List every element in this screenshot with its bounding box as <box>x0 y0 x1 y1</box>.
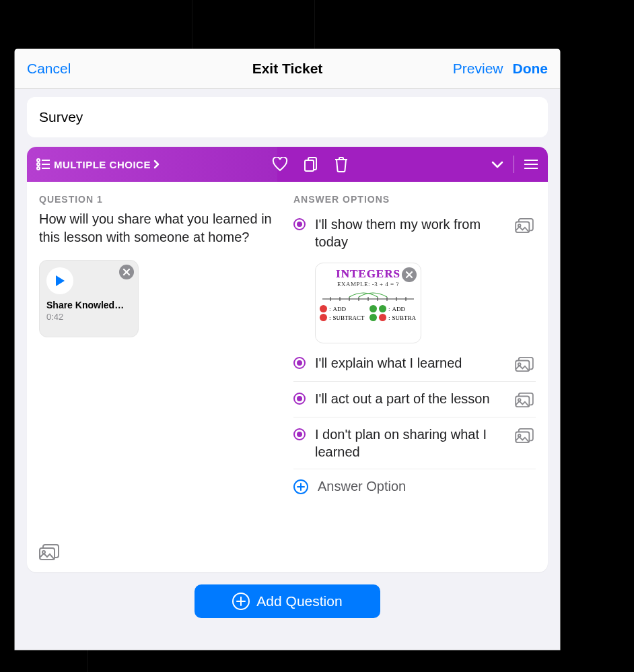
thumb-legend: : ADD : ADD : SUBTRACT : SUBTRA <box>320 305 417 321</box>
answer-text[interactable]: I'll show them my work from today <box>315 215 503 250</box>
close-icon <box>122 268 131 276</box>
play-button[interactable] <box>46 267 73 294</box>
preview-button[interactable]: Preview <box>453 61 503 77</box>
add-answer-media-button[interactable] <box>513 217 536 234</box>
answer-options-label: ANSWER OPTIONS <box>293 194 536 205</box>
answer-radio[interactable] <box>293 428 306 440</box>
question-type-selector[interactable]: MULTIPLE CHOICE <box>36 158 160 170</box>
heart-icon <box>272 157 288 172</box>
svg-point-0 <box>37 159 40 162</box>
add-answer-media-button[interactable] <box>513 391 536 409</box>
favorite-button[interactable] <box>272 157 288 172</box>
callout-line <box>314 0 315 49</box>
question-index-label: QUESTION 1 <box>39 194 281 205</box>
page-title: Exit Ticket <box>252 61 323 77</box>
divider <box>514 156 514 173</box>
answer-text[interactable]: I'll explain what I learned <box>315 354 503 372</box>
question-card-header: MULTIPLE CHOICE <box>27 147 548 182</box>
answers-column: ANSWER OPTIONS I'll show them my work fr… <box>293 194 536 556</box>
answer-option-row: I'll show them my work from today <box>293 213 536 259</box>
reorder-handle[interactable] <box>524 159 538 170</box>
remove-media-button[interactable] <box>402 267 417 282</box>
answer-text[interactable]: I'll act out a part of the lesson <box>315 390 503 407</box>
answer-option-row: I don't plan on sharing what I learned <box>293 417 536 469</box>
add-answer-media-button[interactable] <box>513 356 536 373</box>
add-answer-option-label: Answer Option <box>318 479 406 494</box>
delete-button[interactable] <box>334 156 349 172</box>
image-stack-icon <box>515 428 534 443</box>
duplicate-icon <box>303 156 319 172</box>
drag-handle-icon <box>524 159 538 170</box>
media-duration: 0:42 <box>46 312 131 322</box>
answer-option-row: I'll explain what I learned <box>293 346 536 381</box>
answer-radio[interactable] <box>293 218 306 230</box>
svg-point-4 <box>37 167 40 170</box>
thumb-subtitle: EXAMPLE: -3 + 4 = ? <box>337 281 399 288</box>
media-title: Share Knowled… <box>46 300 131 310</box>
plus-circle-icon <box>232 593 250 610</box>
nav-bar: Cancel Exit Ticket Preview Done <box>15 49 560 89</box>
answer-media-thumbnail[interactable]: INTEGERS EXAMPLE: -3 + 4 = ? <box>315 263 421 343</box>
add-question-label: Add Question <box>256 593 342 609</box>
answer-text[interactable]: I don't plan on sharing what I learned <box>315 426 503 461</box>
svg-point-2 <box>37 163 40 166</box>
exit-ticket-editor: Cancel Exit Ticket Preview Done Survey <box>15 49 560 650</box>
number-line-graphic <box>320 290 417 302</box>
image-stack-icon <box>39 544 59 560</box>
question-type-label: MULTIPLE CHOICE <box>54 159 151 170</box>
answer-radio[interactable] <box>293 393 306 405</box>
answer-radio[interactable] <box>293 357 306 369</box>
chevron-right-icon <box>153 160 160 169</box>
image-stack-icon <box>515 357 534 372</box>
done-button[interactable]: Done <box>513 61 549 77</box>
svg-marker-12 <box>56 275 65 286</box>
play-icon <box>55 275 65 287</box>
collapse-button[interactable] <box>491 160 504 169</box>
remove-media-button[interactable] <box>119 265 134 279</box>
svg-rect-6 <box>305 160 314 171</box>
add-answer-option-button[interactable]: Answer Option <box>293 469 536 497</box>
add-answer-media-button[interactable] <box>513 427 536 444</box>
add-question-media-button[interactable] <box>39 544 59 560</box>
image-stack-icon <box>515 393 534 407</box>
checklist-icon <box>36 158 51 170</box>
trash-icon <box>334 156 349 172</box>
plus-circle-icon <box>293 479 308 494</box>
add-question-button[interactable]: Add Question <box>195 584 380 618</box>
callout-line <box>192 0 192 49</box>
chevron-down-icon <box>491 160 504 169</box>
answer-option-row: I'll act out a part of the lesson <box>293 381 536 417</box>
question-text[interactable]: How will you share what you learned in t… <box>39 210 281 246</box>
question-media-tile[interactable]: Share Knowled… 0:42 <box>39 260 139 337</box>
cancel-button[interactable]: Cancel <box>27 61 71 77</box>
question-card: MULTIPLE CHOICE <box>27 147 548 572</box>
thumb-title: INTEGERS <box>336 267 400 281</box>
survey-title-input[interactable]: Survey <box>27 97 548 137</box>
close-icon <box>405 271 413 279</box>
question-column: QUESTION 1 How will you share what you l… <box>39 194 281 556</box>
duplicate-button[interactable] <box>303 156 319 172</box>
image-stack-icon <box>515 218 534 233</box>
